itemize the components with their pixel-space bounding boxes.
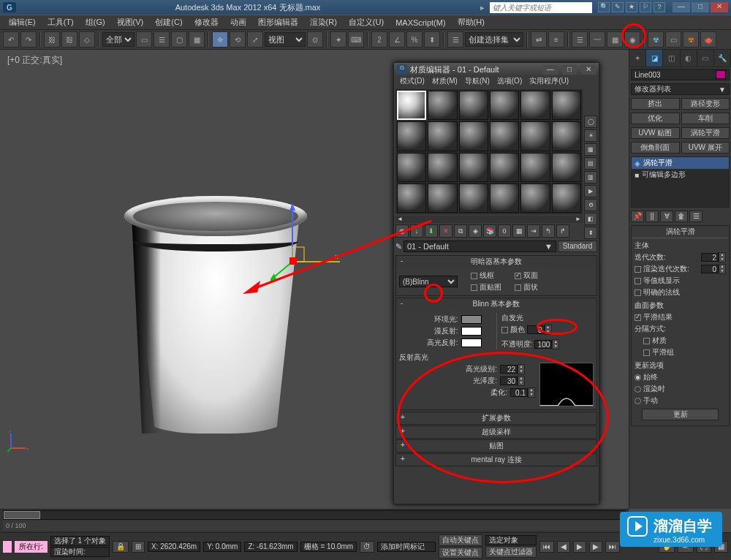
maximize-button[interactable]: □: [562, 65, 577, 75]
material-slot[interactable]: [459, 153, 488, 182]
faceted-checkbox[interactable]: [515, 284, 521, 291]
menu-modifiers[interactable]: 修改器: [189, 17, 224, 28]
qat-btn[interactable]: ★: [626, 2, 637, 12]
material-slot[interactable]: [397, 183, 426, 213]
pin-stack-icon[interactable]: 📌: [631, 211, 644, 222]
make-unique-icon[interactable]: ∀: [660, 211, 673, 222]
viewport-label[interactable]: [+0 正交:真实]: [7, 54, 62, 67]
x-coord[interactable]: X: 2620.426m: [148, 542, 200, 552]
material-slot[interactable]: [552, 183, 581, 213]
render-iter-checkbox[interactable]: [635, 266, 641, 273]
snap-angle-icon[interactable]: ∠: [389, 31, 405, 48]
modifier-button[interactable]: 倒角剖面: [631, 142, 680, 154]
goto-end-icon[interactable]: ⏭: [605, 541, 620, 553]
snap-percent-icon[interactable]: %: [406, 31, 423, 48]
menu-view[interactable]: 视图(V): [111, 17, 150, 28]
stack-item[interactable]: ■可编辑多边形: [632, 169, 729, 181]
specular-swatch[interactable]: [461, 338, 482, 347]
abs-rel-icon[interactable]: ⊞: [132, 541, 145, 553]
sep-material-checkbox[interactable]: [643, 338, 650, 344]
menu-group[interactable]: 组(G): [80, 17, 111, 28]
preview-icon[interactable]: ▶: [584, 185, 597, 197]
modifier-button[interactable]: 车削: [681, 113, 730, 124]
modifier-button[interactable]: UVW 贴图: [631, 127, 680, 139]
modifier-stack[interactable]: ◈涡轮平滑 ■可编辑多边形: [631, 156, 730, 208]
explicit-normals-checkbox[interactable]: [635, 290, 641, 296]
update-manual-radio[interactable]: [635, 398, 641, 404]
options-icon[interactable]: ⚙: [584, 199, 597, 211]
reset-map-icon[interactable]: ✕: [439, 224, 452, 238]
rollout-maps[interactable]: 贴图: [395, 439, 597, 453]
menu-material[interactable]: 材质(M): [429, 76, 461, 88]
undo-icon[interactable]: ↶: [3, 31, 19, 48]
material-type-button[interactable]: Standard: [558, 241, 597, 252]
rollout-supersampling[interactable]: 超级采样: [395, 425, 597, 439]
modifier-button[interactable]: UVW 展开: [681, 142, 730, 154]
remove-modifier-icon[interactable]: 🗑: [675, 211, 688, 222]
selection-filter[interactable]: 全部: [102, 32, 135, 47]
spinner-arrows[interactable]: ▲▼: [518, 376, 525, 386]
render-icon[interactable]: ☢: [683, 31, 699, 48]
lock-selection-icon[interactable]: 🔒: [113, 541, 129, 553]
configure-sets-icon[interactable]: ☰: [689, 211, 702, 222]
time-slider-handle[interactable]: [4, 511, 40, 519]
maximize-button[interactable]: □: [692, 2, 709, 12]
menu-animation[interactable]: 动画: [224, 17, 252, 28]
smooth-result-checkbox[interactable]: [635, 314, 641, 321]
material-slot[interactable]: [520, 153, 550, 182]
menu-options[interactable]: 选项(O): [494, 76, 525, 88]
material-slot[interactable]: [490, 183, 519, 213]
motion-tab-icon[interactable]: ◐: [681, 50, 697, 67]
material-slot[interactable]: [459, 183, 488, 213]
two-sided-checkbox[interactable]: [515, 273, 521, 279]
menu-render[interactable]: 渲染(R): [304, 17, 343, 28]
background-icon[interactable]: ▦: [584, 143, 597, 156]
rollout-mentalray[interactable]: mental ray 连接: [395, 453, 597, 466]
create-tab-icon[interactable]: ✦: [629, 50, 646, 67]
material-slot[interactable]: [397, 91, 426, 120]
show-in-viewport-icon[interactable]: ▦: [512, 224, 526, 238]
put-to-scene-icon[interactable]: ↓: [410, 224, 423, 238]
menu-navigate[interactable]: 导航(N): [462, 76, 493, 88]
render-setup-icon[interactable]: ☢: [648, 31, 664, 48]
rollout-header[interactable]: Blinn 基本参数: [396, 298, 596, 310]
glossiness[interactable]: 30: [500, 377, 518, 385]
make-unique-icon[interactable]: ◈: [469, 224, 482, 238]
modify-tab-icon[interactable]: ◪: [646, 50, 663, 67]
qat-btn[interactable]: ⚐: [640, 2, 651, 12]
menu-create[interactable]: 创建(C): [149, 17, 188, 28]
align-icon[interactable]: ≡: [548, 31, 564, 48]
minimize-button[interactable]: —: [543, 65, 558, 75]
workspace-dropdown[interactable]: ▸: [475, 3, 490, 12]
close-button[interactable]: ✕: [581, 65, 596, 75]
select-name-icon[interactable]: ☰: [154, 31, 170, 48]
map-button[interactable]: [528, 377, 535, 385]
specular-level[interactable]: 22: [500, 365, 518, 374]
material-slot[interactable]: [490, 121, 519, 151]
modifier-list-dropdown[interactable]: 修改器列表▼: [631, 83, 730, 95]
go-parent-icon[interactable]: ↰: [542, 224, 555, 238]
material-slot[interactable]: [397, 121, 426, 151]
wire-checkbox[interactable]: [471, 273, 477, 279]
stack-item[interactable]: ◈涡轮平滑: [632, 157, 729, 169]
menu-utilities[interactable]: 实用程序(U): [526, 76, 572, 88]
teapot-icon[interactable]: 🫖: [700, 31, 716, 48]
map-button[interactable]: [485, 338, 492, 347]
move-icon[interactable]: ✥: [212, 31, 228, 48]
manipulate-icon[interactable]: ✦: [330, 31, 346, 48]
render-iterations[interactable]: 0: [701, 265, 719, 273]
modifier-button[interactable]: 挤出: [631, 98, 680, 110]
menu-graph[interactable]: 图形编辑器: [252, 17, 304, 28]
material-slot[interactable]: [552, 91, 581, 120]
spinner-arrows[interactable]: ▲▼: [719, 252, 726, 262]
go-forward-icon[interactable]: ↱: [556, 224, 569, 238]
rollout-extended[interactable]: 扩展参数: [395, 412, 597, 425]
map-button[interactable]: [528, 365, 535, 374]
mat-map-nav-icon[interactable]: ⬍: [584, 227, 597, 239]
rendered-frame-icon[interactable]: ▭: [665, 31, 681, 48]
modifier-button[interactable]: 优化: [631, 113, 680, 124]
z-coord[interactable]: Z: -61.623mm: [244, 542, 297, 552]
display-tab-icon[interactable]: ▭: [697, 50, 714, 67]
isoline-checkbox[interactable]: [635, 278, 641, 284]
ambient-swatch[interactable]: [461, 315, 482, 324]
